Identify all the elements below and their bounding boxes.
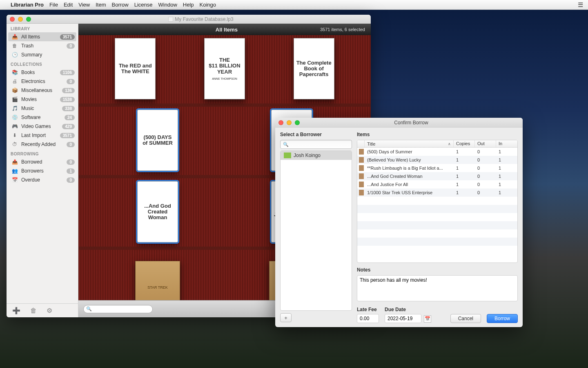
row-icon: 🎮 <box>11 123 18 129</box>
sidebar-bottom-toolbar: ➕ 🗑 ⚙ <box>7 303 78 317</box>
table-row[interactable]: (Believed You Were) Lucky101 <box>357 156 517 164</box>
app-name[interactable]: Librarian Pro <box>11 2 44 8</box>
sidebar-item-overdue[interactable]: 📅Overdue0 <box>7 175 78 184</box>
shelf-item[interactable]: The Complete Book ofPapercrafts <box>294 38 334 99</box>
list-icon[interactable]: ☰ <box>578 1 583 9</box>
shelf-item[interactable]: THE$11 BILLIONYEARANNE THOMPSON <box>204 38 245 99</box>
row-label: All Items <box>21 34 60 40</box>
duedate-input[interactable] <box>385 314 421 323</box>
menu-help[interactable]: Help <box>183 2 194 8</box>
menu-license[interactable]: License <box>134 2 153 8</box>
sidebar-item-all-items[interactable]: 📥All Items3571 <box>8 32 76 41</box>
menu-borrow[interactable]: Borrow <box>112 2 129 8</box>
content-header: All Items 3571 items, 6 selected <box>78 24 371 35</box>
menu-view[interactable]: View <box>78 2 90 8</box>
count-badge: 1 <box>67 168 75 174</box>
col-copies[interactable]: Copies <box>454 140 475 147</box>
latefee-input[interactable] <box>357 314 379 323</box>
page-title: All Items <box>133 27 320 33</box>
row-label: Miscellaneous <box>21 88 62 93</box>
shelf-box[interactable]: STAR TREK <box>135 261 180 300</box>
add-borrower-button[interactable]: + <box>280 313 292 322</box>
table-row[interactable]: ...And God Created Woman101 <box>357 172 517 180</box>
cover-icon <box>359 157 364 163</box>
shelf-item[interactable]: (500) DAYSof SUMMER <box>137 110 178 171</box>
table-row[interactable]: **Rush Limbaugh is a Big Fat Idiot a...1… <box>357 164 517 172</box>
row-icon: 📤 <box>11 159 18 165</box>
row-label: Summary <box>21 52 75 58</box>
cell-title: ...And God Created Woman <box>365 174 454 179</box>
count-badge: 0 <box>67 177 75 183</box>
count-badge: 0 <box>67 142 75 147</box>
calendar-icon[interactable]: 📅 <box>424 315 431 323</box>
shelf-item[interactable]: ...And God Created Woman <box>137 181 178 242</box>
notes-label: Notes <box>357 267 518 273</box>
row-icon: ⏱ <box>11 141 18 147</box>
cell-out: 0 <box>475 166 496 171</box>
sidebar-item-miscellaneous[interactable]: 📦Miscellaneous136 <box>7 86 78 95</box>
table-row[interactable]: 1/1000 Star Trek USS Enterprise101 <box>357 188 517 197</box>
dialog-zoom-button[interactable] <box>295 120 300 125</box>
sidebar-item-summary[interactable]: 🕒Summary <box>7 50 78 59</box>
sidebar-item-trash[interactable]: 🗑Trash0 <box>7 41 78 50</box>
dialog-minimize-button[interactable] <box>287 120 292 125</box>
count-badge: 3571 <box>60 34 75 40</box>
borrower-search-input[interactable]: 🔍 <box>280 140 352 149</box>
menu-window[interactable]: Window <box>158 2 177 8</box>
table-header[interactable]: Title∧ Copies Out In <box>357 140 517 148</box>
sidebar: LIBRARY 📥All Items3571🗑Trash0🕒Summary CO… <box>7 24 78 317</box>
row-icon: 📦 <box>11 88 18 93</box>
borrow-button[interactable]: Borrow <box>487 314 518 323</box>
shelf-item[interactable]: The RED andThe WHITE <box>115 38 156 99</box>
trash-icon[interactable]: 🗑 <box>30 307 37 314</box>
table-row[interactable]: (500) Days of Summer101 <box>357 148 517 156</box>
row-label: Electronics <box>21 79 67 84</box>
table-row[interactable]: ...And Justice For All101 <box>357 180 517 188</box>
search-icon: 🔍 <box>86 306 92 312</box>
table-row <box>357 213 517 221</box>
row-label: Recently Added <box>21 141 67 147</box>
sidebar-item-last-import[interactable]: ⬇Last Import3571 <box>7 131 78 140</box>
borrower-row[interactable]: Josh Koingo <box>281 151 352 160</box>
menu-item[interactable]: Item <box>96 2 106 8</box>
minimize-button[interactable] <box>18 17 23 22</box>
cell-in: 1 <box>496 157 517 162</box>
close-button[interactable] <box>10 17 15 22</box>
item-count: 3571 items, 6 selected <box>320 27 365 32</box>
sidebar-item-recently-added[interactable]: ⏱Recently Added0 <box>7 140 78 149</box>
row-label: Books <box>21 70 60 75</box>
borrower-list[interactable]: Josh Koingo <box>280 150 352 311</box>
col-title[interactable]: Title∧ <box>365 140 454 147</box>
add-collection-icon[interactable]: ➕ <box>12 307 20 314</box>
sidebar-item-music[interactable]: 🎵Music338 <box>7 104 78 113</box>
row-label: Music <box>21 105 62 111</box>
cover-icon <box>359 165 364 171</box>
col-in[interactable]: In <box>496 140 517 147</box>
sidebar-item-borrowed[interactable]: 📤Borrowed0 <box>7 157 78 166</box>
zoom-button[interactable] <box>26 17 31 22</box>
search-input[interactable]: 🔍 <box>83 305 153 313</box>
notes-input[interactable]: This person has all my movies! <box>357 275 518 301</box>
cell-copies: 1 <box>454 182 475 187</box>
borrower-slider[interactable] <box>293 313 352 323</box>
sidebar-item-books[interactable]: 📚Books1106 <box>7 68 78 77</box>
section-borrowing: BORROWING <box>7 149 78 157</box>
menu-edit[interactable]: Edit <box>64 2 73 8</box>
sidebar-item-movies[interactable]: 🎬Movies1538 <box>7 95 78 104</box>
cell-title: 1/1000 Star Trek USS Enterprise <box>365 190 454 195</box>
count-badge: 0 <box>67 159 75 165</box>
menu-file[interactable]: File <box>49 2 58 8</box>
cancel-button[interactable]: Cancel <box>450 314 481 323</box>
sidebar-item-software[interactable]: 💿Software24 <box>7 113 78 122</box>
cell-copies: 1 <box>454 166 475 171</box>
gear-icon[interactable]: ⚙ <box>47 307 52 314</box>
col-out[interactable]: Out <box>475 140 496 147</box>
sidebar-item-electronics[interactable]: 🖨Electronics0 <box>7 77 78 86</box>
row-icon: 🎬 <box>11 96 18 102</box>
items-label: Items <box>357 132 518 137</box>
menu-koingo[interactable]: Koingo <box>200 2 216 8</box>
cell-title: **Rush Limbaugh is a Big Fat Idiot a... <box>365 166 454 171</box>
dialog-close-button[interactable] <box>278 120 283 125</box>
sidebar-item-video-games[interactable]: 🎮Video Games429 <box>7 122 78 131</box>
sidebar-item-borrowers[interactable]: 👥Borrowers1 <box>7 166 78 175</box>
